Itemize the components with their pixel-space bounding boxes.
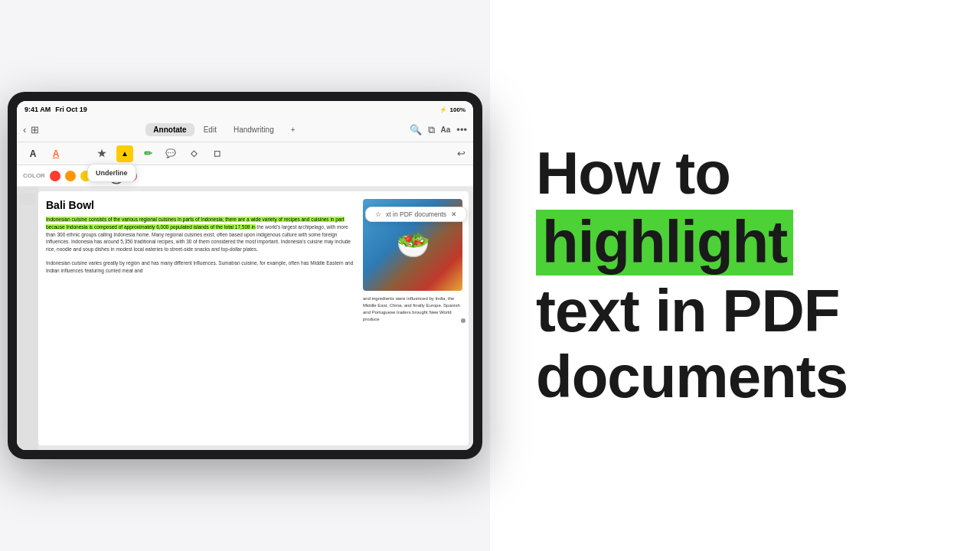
search-icon[interactable]: 🔍 — [410, 124, 422, 135]
color-orange[interactable] — [65, 171, 76, 181]
ipad-device: 9:41 AM Fri Oct 19 ⚡ 100% ‹ ⊞ Annotate E… — [8, 92, 482, 459]
doc-right-column: and ingredients were influenced by India… — [363, 199, 462, 438]
highlight-icon: ▲ — [121, 149, 129, 158]
status-left: 9:41 AM Fri Oct 19 — [24, 106, 87, 113]
doc-second-paragraph: Indonesian cuisine varies greatly by reg… — [46, 259, 357, 275]
document-content: Bali Bowl Indonesian cuisine consists of… — [17, 187, 473, 450]
underline-tool[interactable]: A — [47, 145, 64, 162]
tab-edit[interactable]: Edit — [196, 123, 224, 136]
undo-button[interactable]: ↩ — [457, 148, 466, 159]
overlay-highlight: highlight — [536, 210, 793, 276]
tab-add[interactable]: + — [283, 123, 303, 136]
doc-sidebar — [17, 187, 38, 450]
grid-icon[interactable]: ⊞ — [31, 124, 39, 135]
status-bar: 9:41 AM Fri Oct 19 ⚡ 100% — [17, 101, 473, 118]
nav-bar: ‹ ⊞ Annotate Edit Handwriting + 🔍 ⧉ Aa •… — [17, 118, 473, 142]
notification-banner: ☆ xt in PDF documents ✕ — [365, 207, 467, 222]
page-thumbnail — [20, 193, 35, 205]
eraser-tool[interactable]: ◻ — [208, 145, 225, 162]
notif-text: xt in PDF documents — [386, 210, 446, 218]
overlay-text-pdf: text in PDF — [536, 279, 839, 344]
close-notif-icon[interactable]: ✕ — [451, 210, 457, 218]
doc-title: Bali Bowl — [46, 199, 357, 211]
right-panel: How to highlight text in PDF documents — [490, 0, 980, 551]
back-icon[interactable]: ‹ — [23, 124, 26, 135]
highlight-tool[interactable]: ▲ — [116, 145, 133, 162]
color-label: COLOR — [23, 172, 45, 179]
doc-right-text: and ingredients were influenced by India… — [363, 295, 462, 323]
underline-label: Underline — [96, 169, 128, 177]
columns-icon[interactable]: ⧉ — [428, 124, 435, 136]
ipad-container: 9:41 AM Fri Oct 19 ⚡ 100% ‹ ⊞ Annotate E… — [0, 0, 490, 551]
battery-display: 100% — [450, 106, 466, 113]
underline-popup: Underline — [87, 164, 136, 182]
shape-tool[interactable]: ◇ — [185, 145, 202, 162]
text-tool[interactable]: A — [24, 145, 41, 162]
star-notif-icon: ☆ — [375, 210, 381, 218]
red-dot-tool[interactable] — [70, 145, 87, 162]
tab-handwriting[interactable]: Handwriting — [226, 123, 282, 136]
nav-icons: 🔍 ⧉ Aa ••• — [410, 124, 467, 136]
nav-tabs: Annotate Edit Handwriting + — [44, 123, 404, 136]
color-red[interactable] — [50, 171, 60, 181]
tab-annotate[interactable]: Annotate — [145, 123, 194, 136]
color-picker: COLOR — [17, 165, 473, 187]
speech-tool[interactable]: 💬 — [162, 145, 179, 162]
document-page: Bali Bowl Indonesian cuisine consists of… — [38, 191, 469, 445]
annotation-toolbar: A A ★ ▲ ✏ 💬 ◇ ◻ ↩ Underline — [17, 142, 473, 165]
star-tool[interactable]: ★ — [93, 145, 110, 162]
color-row-container: COLOR ☆ xt in PDF documents ✕ — [17, 165, 473, 187]
time-display: 9:41 AM — [24, 106, 51, 113]
bluetooth-icon: ⚡ — [439, 106, 447, 113]
text-size-icon[interactable]: Aa — [441, 126, 451, 134]
more-icon[interactable]: ••• — [456, 124, 467, 135]
date-display: Fri Oct 19 — [55, 106, 87, 113]
overlay-how-to: How to — [536, 141, 730, 207]
status-right: ⚡ 100% — [439, 106, 466, 113]
doc-left-column: Bali Bowl Indonesian cuisine consists of… — [46, 199, 357, 438]
focus-indicator — [461, 318, 466, 323]
doc-highlighted-text: Indonesian cuisine consists of the vario… — [46, 216, 357, 253]
pen-tool[interactable]: ✏ — [139, 145, 156, 162]
overlay-documents: documents — [536, 344, 848, 410]
ipad-screen: 9:41 AM Fri Oct 19 ⚡ 100% ‹ ⊞ Annotate E… — [17, 101, 473, 450]
